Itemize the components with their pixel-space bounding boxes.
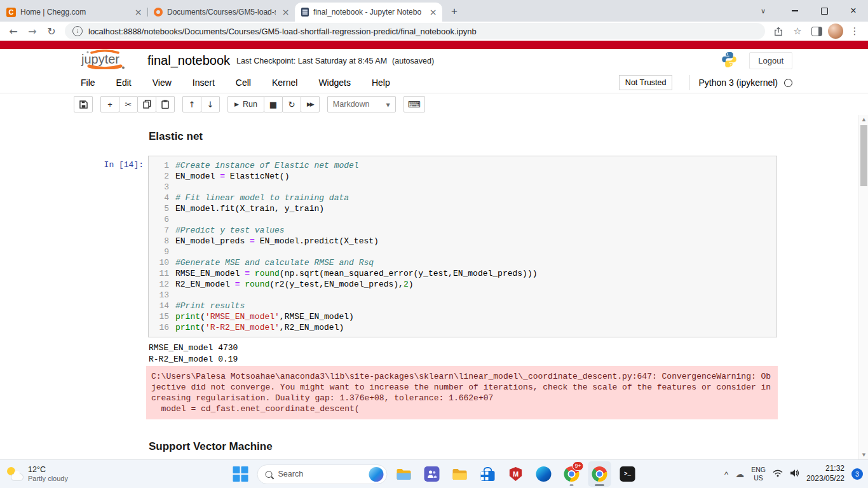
scroll-down-icon[interactable]: ▼	[859, 451, 868, 459]
tray-chevron-icon[interactable]: ^	[724, 470, 728, 479]
checkpoint-text: Last Checkpoint: Last Saturday at 8:45 A…	[236, 57, 387, 65]
not-trusted-badge[interactable]: Not Trusted	[619, 75, 673, 90]
tray-time: 21:32	[825, 464, 844, 473]
paste-cell-button[interactable]	[156, 96, 175, 112]
menu-edit[interactable]: Edit	[116, 78, 132, 88]
speaker-icon[interactable]	[790, 468, 799, 480]
weather-widget[interactable]: 12°C Partly cloudy	[6, 460, 68, 488]
minimize-button[interactable]	[780, 0, 810, 22]
notebook-favicon-icon	[301, 8, 309, 17]
menu-cell[interactable]: Cell	[236, 78, 251, 88]
section-heading-svm: Support Vector Machine	[149, 440, 273, 453]
language-indicator[interactable]: ENGUS	[751, 466, 766, 482]
tab-chegg[interactable]: C Home | Chegg.com ×	[0, 3, 147, 22]
refresh-icon[interactable]: ↻	[42, 22, 61, 40]
scrollbar-thumb[interactable]	[860, 125, 867, 186]
copy-cell-button[interactable]	[137, 96, 156, 112]
terminal-icon: >_	[620, 466, 635, 482]
site-info-icon[interactable]: i	[72, 26, 83, 36]
tab-final-notebook[interactable]: final_notebook - Jupyter Notebo ×	[295, 3, 442, 22]
menu-widgets[interactable]: Widgets	[318, 78, 351, 88]
url-text[interactable]: localhost:8888/notebooks/Documents/Cours…	[88, 27, 477, 36]
start-button[interactable]	[229, 461, 252, 487]
tab-close-icon[interactable]: ×	[280, 7, 291, 18]
taskbar-file-explorer[interactable]	[393, 461, 416, 487]
red-banner	[0, 41, 868, 49]
code-line: 13	[151, 290, 771, 301]
restart-run-all-button[interactable]: ▶▶	[301, 96, 320, 112]
close-window-button[interactable]: ×	[839, 0, 868, 22]
logout-button[interactable]: Logout	[749, 52, 792, 69]
taskbar-terminal[interactable]: >_	[616, 461, 639, 487]
chegg-favicon-icon: C	[6, 8, 16, 17]
move-cell-up-button[interactable]: ↑	[182, 96, 201, 112]
tab-search-chevron-icon[interactable]: ∨	[754, 0, 773, 22]
menu-help[interactable]: Help	[372, 78, 390, 88]
cut-cell-button[interactable]: ✂	[119, 96, 138, 112]
scrollbar[interactable]: ▲ ▼	[858, 115, 868, 459]
cell-output: RMSE_EN_model 4730 R-R2_EN_model 0.19	[149, 342, 238, 365]
code-line: 7#Predict y test values	[151, 225, 771, 236]
clock[interactable]: 21:32 2023/05/22	[806, 464, 844, 484]
omnibox[interactable]: i localhost:8888/notebooks/Documents/Cou…	[65, 23, 765, 39]
code-line: 14#Print results	[151, 301, 771, 311]
menu-insert[interactable]: Insert	[193, 78, 215, 88]
taskbar-edge[interactable]	[532, 461, 555, 487]
taskbar-chrome-active[interactable]	[588, 461, 611, 487]
notebook-body: Elastic net In [14]: 1#Create instance o…	[0, 115, 868, 459]
kernel-idle-icon	[784, 79, 792, 87]
forward-icon[interactable]: →	[23, 22, 42, 40]
system-tray: ^ ☁ ENGUS 21:32 2023/05/22 3	[724, 460, 863, 488]
warning-code-line: model = cd_fast.enet_coordinate_descent(	[151, 403, 773, 414]
new-tab-button[interactable]: +	[446, 3, 463, 20]
menu-kernel[interactable]: Kernel	[272, 78, 297, 88]
save-button[interactable]	[74, 96, 93, 112]
windows-logo-icon	[233, 466, 248, 482]
taskbar-teams[interactable]	[421, 461, 444, 487]
menu-view[interactable]: View	[153, 78, 172, 88]
notebook-title[interactable]: final_notebook	[147, 53, 230, 68]
back-icon[interactable]: ←	[4, 22, 23, 40]
jupyter-logo[interactable]: jupyter	[72, 50, 137, 72]
tab-title: Documents/Courses/GM5-load-s	[167, 8, 276, 17]
add-cell-button[interactable]: +	[100, 96, 119, 112]
code-line: 5EN_model.fit(X_train, y_train)	[151, 203, 771, 214]
tab-close-icon[interactable]: ×	[133, 7, 144, 18]
run-icon: ▶	[234, 101, 239, 107]
notification-count-badge[interactable]: 3	[851, 468, 863, 480]
tab-jupyter-tree[interactable]: Documents/Courses/GM5-load-s ×	[147, 3, 295, 22]
tab-close-icon[interactable]: ×	[428, 7, 438, 18]
share-icon[interactable]	[769, 22, 788, 40]
taskbar-store[interactable]	[477, 461, 499, 487]
weather-desc: Partly cloudy	[28, 475, 68, 483]
tray-date: 2023/05/22	[806, 474, 844, 483]
interrupt-kernel-button[interactable]: ■	[264, 96, 283, 112]
scroll-up-icon[interactable]: ▲	[859, 115, 868, 124]
maximize-button[interactable]	[810, 0, 839, 22]
code-cell[interactable]: 1#Create instance of Elastic net model2E…	[148, 156, 777, 337]
run-button[interactable]: ▶ Run	[227, 96, 264, 112]
taskbar-chrome-profile2[interactable]: 9+	[560, 461, 583, 487]
menu-file[interactable]: File	[81, 78, 95, 88]
profile-avatar[interactable]	[826, 22, 845, 40]
section-heading-elastic-net: Elastic net	[149, 130, 203, 143]
move-cell-down-button[interactable]: ↓	[201, 96, 220, 112]
cell-type-select[interactable]: Markdown ▾	[327, 96, 396, 112]
bookmark-star-icon[interactable]: ☆	[788, 22, 807, 40]
onedrive-cloud-icon[interactable]: ☁	[735, 469, 744, 479]
weather-icon	[6, 466, 23, 482]
side-panel-icon[interactable]	[807, 22, 826, 40]
search-label: Search	[278, 470, 363, 478]
taskbar-search-box[interactable]: Search	[257, 464, 388, 484]
code-lines: 1#Create instance of Elastic net model2E…	[151, 160, 771, 333]
warning-message: C:\Users\Palesa Motsoahae\anaconda3\lib\…	[151, 371, 773, 403]
command-palette-button[interactable]: ⌨	[403, 96, 425, 112]
taskbar-mcafee[interactable]: M	[505, 461, 527, 487]
taskbar-folder[interactable]	[449, 461, 471, 487]
code-line: 8EN_model_preds = EN_model.predict(X_tes…	[151, 236, 771, 247]
code-line: 10#Generate MSE and calculate RMSE and R…	[151, 257, 771, 268]
output-line: RMSE_EN_model 4730	[149, 342, 238, 354]
restart-kernel-button[interactable]: ↻	[282, 96, 301, 112]
network-icon[interactable]	[773, 468, 783, 480]
browser-menu-kebab-icon[interactable]: ⋮	[845, 22, 864, 40]
